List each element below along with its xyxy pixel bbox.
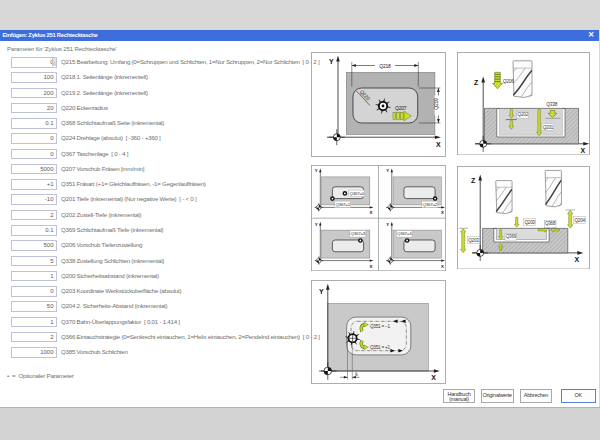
svg-text:X: X <box>369 263 372 268</box>
svg-text:Q204: Q204 <box>574 217 585 222</box>
svg-text:Q207: Q207 <box>395 105 407 111</box>
svg-text:Q367=2: Q367=2 <box>423 202 438 207</box>
svg-text:Y: Y <box>329 58 334 65</box>
svg-text:X: X <box>431 374 436 381</box>
svg-text:Q219: Q219 <box>433 98 439 110</box>
svg-text:X: X <box>580 147 585 154</box>
svg-text:X: X <box>436 141 441 148</box>
svg-text:Y: Y <box>386 168 389 173</box>
svg-text:Q367=1: Q367=1 <box>335 202 350 207</box>
svg-text:X: X <box>369 210 372 215</box>
svg-text:Q206: Q206 <box>502 79 513 84</box>
svg-text:Y: Y <box>315 168 318 173</box>
svg-text:Q218: Q218 <box>379 63 391 69</box>
svg-text:Q202: Q202 <box>517 113 528 118</box>
svg-text:Y: Y <box>319 288 324 295</box>
svg-text:Q367=4: Q367=4 <box>397 231 412 236</box>
svg-text:Q338: Q338 <box>546 102 557 107</box>
svg-text:Q367=0: Q367=0 <box>350 191 365 196</box>
svg-text:Q367=3: Q367=3 <box>351 231 366 236</box>
svg-text:Y: Y <box>386 221 389 226</box>
svg-text:Q351 = +1: Q351 = +1 <box>370 345 391 350</box>
svg-text:Q368: Q368 <box>544 221 555 226</box>
svg-text:X: X <box>441 210 444 215</box>
svg-text:Q351 = −1: Q351 = −1 <box>370 324 391 329</box>
svg-text:Q369: Q369 <box>505 234 516 239</box>
svg-text:Q201: Q201 <box>542 125 553 130</box>
svg-text:Q203: Q203 <box>468 237 479 242</box>
svg-text:Y: Y <box>315 221 318 226</box>
svg-text:X: X <box>441 263 444 268</box>
svg-text:X: X <box>574 256 579 263</box>
svg-text:Q200: Q200 <box>524 219 535 224</box>
